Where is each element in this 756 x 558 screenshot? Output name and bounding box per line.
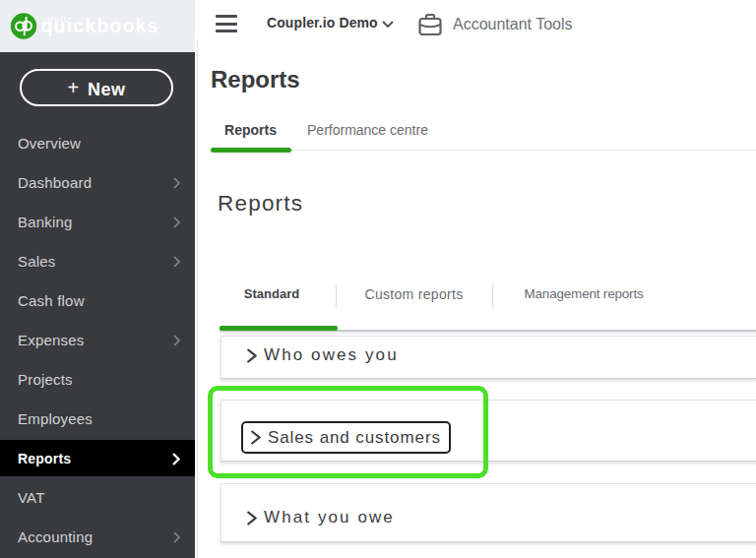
svg-text:quickbooks: quickbooks: [41, 15, 159, 36]
